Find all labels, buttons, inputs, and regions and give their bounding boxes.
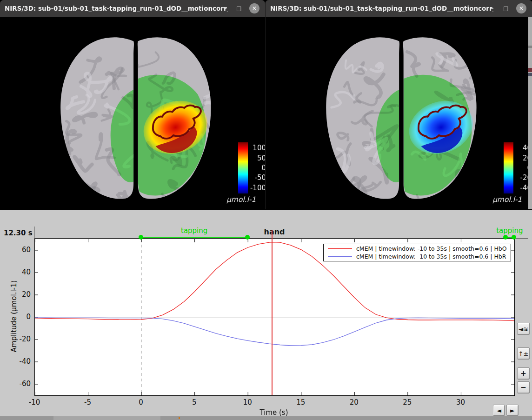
event-extent-line: [141, 237, 247, 238]
x-tick-label: 30: [450, 398, 471, 407]
colorbar-tick-label: -50: [244, 173, 266, 182]
scrollbar-mark: [528, 73, 532, 76]
background-window-edge-mark: [179, 417, 180, 419]
window-title: NIRS/3D: sub-01/sub-01_task-tapping_run-…: [0, 5, 228, 12]
maximize-icon[interactable]: □: [502, 5, 510, 12]
zoom-out-button[interactable]: −: [517, 381, 530, 393]
x-tick-label: 15: [291, 398, 311, 407]
scrollbar-mark: [528, 68, 532, 72]
legend-line-sample: [328, 248, 352, 249]
x-tick-label: 25: [397, 398, 418, 407]
event-label: tapping: [173, 227, 215, 235]
brain-3d-hbo[interactable]: [47, 28, 223, 205]
maximize-icon[interactable]: □: [235, 5, 243, 12]
event-marker-dot[interactable]: [503, 235, 508, 240]
event-marker-dot[interactable]: [512, 235, 516, 240]
display-mode-button[interactable]: ◄≋: [517, 323, 530, 335]
colorbar-tick-label: 0: [244, 164, 266, 172]
signal-plot-svg: [35, 239, 514, 395]
minimize-icon[interactable]: –: [221, 4, 229, 13]
scrollbar-mark: [528, 46, 532, 48]
signal-plot-canvas[interactable]: [34, 239, 515, 396]
event-label: tapping: [489, 227, 531, 235]
brain-3d-hbr[interactable]: [312, 28, 489, 205]
colorbar-tick-label: 100: [244, 144, 266, 152]
y-tick-label: -40: [7, 357, 31, 366]
background-window-edge-segment: [53, 416, 160, 420]
colorbar-hbo-unit: μmol.l-1: [226, 195, 256, 204]
zoom-in-button[interactable]: +: [517, 367, 530, 380]
colorbar-hbr-unit: μmol.l-1: [492, 195, 522, 204]
legend-label: cMEM | timewindow: -10 to 35s | smooth=0…: [356, 245, 507, 252]
colorbar-tick-label: 50: [244, 154, 266, 162]
window-title: NIRS/3D: sub-01/sub-01_task-tapping_run-…: [266, 5, 493, 12]
x-axis-title: Time (s): [227, 408, 320, 417]
x-tick-label: -10: [24, 398, 45, 407]
scroll-left-button[interactable]: ◄: [493, 405, 505, 416]
x-tick-label: -5: [78, 398, 98, 407]
x-tick-label: 20: [344, 398, 364, 407]
event-track-separator: [34, 227, 34, 239]
plot-legend: cMEM | timewindow: -10 to 35s | smooth=0…: [323, 244, 511, 261]
y-tick-label: -20: [7, 335, 31, 343]
uniform-scale-button[interactable]: ↑±: [517, 347, 530, 360]
minimize-icon[interactable]: –: [488, 4, 496, 13]
x-tick-label: 0: [131, 398, 151, 407]
close-icon[interactable]: ✕: [516, 3, 526, 13]
x-tick-label: 5: [184, 398, 205, 407]
time-cursor-label: 12.30 s: [4, 229, 33, 237]
y-tick-label: 0: [7, 313, 31, 321]
y-tick-label: 40: [7, 268, 31, 276]
nirs-left-3d-view: 100500-50-100 μmol.l-1: [0, 17, 265, 209]
legend-label: cMEM | timewindow: -10 to 35s | smooth=0…: [356, 253, 506, 260]
window-controls-left: – □ ✕: [221, 0, 265, 17]
x-tick-label: 10: [237, 398, 258, 407]
nirs-right-3d-view: 40200-20-40 μmol.l-1: [265, 17, 532, 209]
screen: { "window_controls": {"minimize": "–", "…: [0, 0, 532, 420]
close-icon[interactable]: ✕: [249, 3, 259, 13]
window-controls-right: – □ ✕: [488, 0, 532, 17]
scroll-right-button[interactable]: ►: [506, 405, 519, 416]
y-tick-label: 20: [7, 290, 31, 299]
y-tick-label: 60: [7, 246, 31, 254]
colorbar-tick-label: -100: [244, 184, 266, 192]
time-cursor-line[interactable]: [272, 230, 273, 395]
legend-line-sample: [328, 256, 352, 257]
scout-name-label: hand: [251, 227, 298, 236]
y-tick-label: -60: [7, 380, 31, 388]
